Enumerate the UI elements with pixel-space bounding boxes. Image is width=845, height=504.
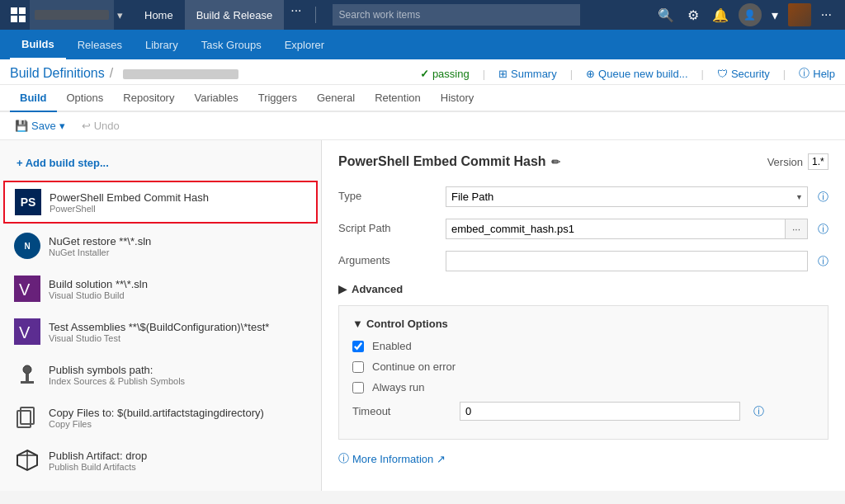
enabled-label: Enabled xyxy=(372,340,412,352)
enabled-checkbox[interactable] xyxy=(352,341,364,352)
arguments-input[interactable] xyxy=(446,251,808,271)
field-row-script-path: Script Path ··· ⓘ xyxy=(338,219,828,239)
breadcrumb-bar: Build Definitions / ✓ passing | ⊞ Summar… xyxy=(0,59,845,85)
subnav-releases[interactable]: Releases xyxy=(66,30,134,59)
app-name[interactable] xyxy=(30,0,114,30)
subnav-task-groups[interactable]: Task Groups xyxy=(190,30,273,59)
svg-point-8 xyxy=(23,365,31,374)
subnav-library[interactable]: Library xyxy=(134,30,190,59)
breadcrumb-current xyxy=(118,67,238,80)
svg-rect-0 xyxy=(11,7,17,14)
continue-on-error-checkbox[interactable] xyxy=(352,361,364,373)
arguments-label: Arguments xyxy=(338,251,446,266)
tab-history[interactable]: History xyxy=(431,85,484,112)
queue-icon: ⊕ xyxy=(586,68,595,80)
config-title: PowerShell Embed Commit Hash ✏ xyxy=(338,154,560,169)
step-item-publish-artifact[interactable]: Publish Artifact: drop Publish Build Art… xyxy=(3,440,318,481)
tab-variables[interactable]: Variables xyxy=(184,85,248,112)
step-type-build-solution: Visual Studio Build xyxy=(49,290,148,300)
edit-title-icon[interactable]: ✏ xyxy=(551,156,560,168)
subnav-builds[interactable]: Builds xyxy=(10,30,66,59)
step-item-build-solution[interactable]: V Build solution **\*.sln Visual Studio … xyxy=(3,268,318,309)
tab-general[interactable]: General xyxy=(307,85,365,112)
type-value: File Path Inline Script ⓘ xyxy=(446,186,828,207)
field-row-arguments: Arguments ⓘ xyxy=(338,251,828,271)
queue-build-button[interactable]: ⊕ Queue new build... xyxy=(586,68,687,80)
shield-icon: 🛡 xyxy=(717,68,728,80)
svg-text:V: V xyxy=(19,280,31,299)
more-menu[interactable]: ··· xyxy=(814,7,838,22)
timeout-label: Timeout xyxy=(352,405,451,417)
type-select[interactable]: File Path Inline Script xyxy=(446,186,808,207)
step-name-test: Test Assemblies **\$(BuildConfiguration)… xyxy=(49,321,269,333)
tab-options[interactable]: Options xyxy=(57,85,114,112)
gear-icon[interactable]: ⚙ xyxy=(681,7,706,23)
field-row-type: Type File Path Inline Script ⓘ xyxy=(338,186,828,207)
breadcrumb-parent[interactable]: Build Definitions xyxy=(10,66,105,81)
timeout-info-icon[interactable]: ⓘ xyxy=(753,404,764,419)
top-nav-build-release[interactable]: Build & Release xyxy=(185,0,285,30)
always-run-checkbox[interactable] xyxy=(352,382,364,393)
advanced-chevron-icon: ▶ xyxy=(338,283,347,295)
svg-rect-3 xyxy=(19,16,26,22)
config-version: Version 1.* xyxy=(767,153,828,170)
type-info-icon[interactable]: ⓘ xyxy=(818,190,828,205)
tab-repository[interactable]: Repository xyxy=(113,85,184,112)
continue-on-error-row: Continue on error xyxy=(352,360,814,373)
more-info-link[interactable]: ⓘ More Information ↗ xyxy=(338,451,828,466)
arguments-info-icon[interactable]: ⓘ xyxy=(818,254,828,269)
step-name-copy-files: Copy Files to: $(build.artifactstagingdi… xyxy=(49,407,264,419)
save-icon: 💾 xyxy=(15,120,28,132)
profile-icon[interactable]: ▾ xyxy=(765,7,785,23)
app-logo[interactable] xyxy=(7,3,30,26)
svg-rect-10 xyxy=(21,381,34,384)
svg-rect-2 xyxy=(11,16,17,22)
info-circle-icon: ⓘ xyxy=(338,451,349,466)
step-type-nuget: NuGet Installer xyxy=(49,247,151,257)
step-name-publish-symbols: Publish symbols path: xyxy=(49,364,185,376)
add-step-button[interactable]: + Add build step... xyxy=(10,153,116,172)
step-item-copy-files[interactable]: Copy Files to: $(build.artifactstagingdi… xyxy=(3,397,318,438)
advanced-section-header[interactable]: ▶ Advanced xyxy=(338,283,828,295)
script-path-info-icon[interactable]: ⓘ xyxy=(818,222,828,237)
script-path-value: ··· ⓘ xyxy=(446,219,828,239)
svg-rect-9 xyxy=(26,374,29,382)
undo-icon: ↩ xyxy=(82,120,91,132)
step-item-test-assemblies[interactable]: V Test Assemblies **\$(BuildConfiguratio… xyxy=(3,311,318,352)
sub-navigation: Builds Releases Library Task Groups Expl… xyxy=(0,30,845,59)
search-input[interactable] xyxy=(333,4,580,26)
version-select[interactable]: 1.* xyxy=(808,153,828,170)
tab-retention[interactable]: Retention xyxy=(365,85,431,112)
step-item-publish-symbols[interactable]: Publish symbols path: Index Sources & Pu… xyxy=(3,354,318,395)
subnav-explorer[interactable]: Explorer xyxy=(273,30,336,59)
step-item-ps-embed[interactable]: PS PowerShell Embed Commit Hash PowerShe… xyxy=(3,181,318,224)
search-icon[interactable]: 🔍 xyxy=(651,7,681,23)
security-button[interactable]: 🛡 Security xyxy=(717,68,770,80)
summary-button[interactable]: ⊞ Summary xyxy=(498,68,557,80)
passing-check: ✓ xyxy=(420,68,429,80)
undo-button[interactable]: ↩ Undo xyxy=(77,117,125,134)
control-options-chevron: ▼ xyxy=(352,318,363,330)
toolbar: 💾 Save ▾ ↩ Undo xyxy=(0,112,845,140)
step-type-copy-files: Copy Files xyxy=(49,419,264,429)
save-button[interactable]: 💾 Save ▾ xyxy=(10,117,70,134)
step-item-nuget[interactable]: N NuGet restore **\*.sln NuGet Installer xyxy=(3,225,318,266)
script-path-input[interactable] xyxy=(446,219,786,239)
always-run-label: Always run xyxy=(372,381,425,393)
top-nav-more[interactable]: ... xyxy=(284,0,308,30)
avatar[interactable]: 👤 xyxy=(739,3,762,26)
app-dropdown[interactable]: ▾ xyxy=(114,9,126,21)
tab-build[interactable]: Build xyxy=(10,85,57,112)
help-icon: ⓘ xyxy=(799,66,810,81)
top-nav-home[interactable]: Home xyxy=(133,0,185,30)
add-step-row: + Add build step... xyxy=(0,147,321,179)
bell-icon[interactable]: 🔔 xyxy=(706,7,735,23)
arguments-value: ⓘ xyxy=(446,251,828,271)
step-name-ps-embed: PowerShell Embed Commit Hash xyxy=(50,191,209,204)
timeout-input[interactable] xyxy=(460,402,740,421)
tab-triggers[interactable]: Triggers xyxy=(248,85,307,112)
browse-button[interactable]: ··· xyxy=(786,219,808,239)
user-avatar-image[interactable] xyxy=(788,3,811,26)
external-link-icon: ↗ xyxy=(437,453,446,465)
help-button[interactable]: ⓘ Help xyxy=(799,66,835,81)
